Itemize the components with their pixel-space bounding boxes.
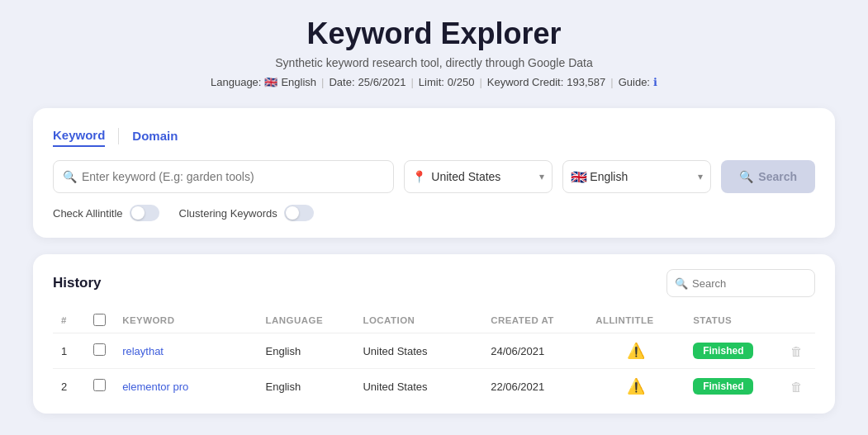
clustering-toggle[interactable] (284, 205, 314, 221)
location-icon: 📍 (412, 170, 426, 183)
history-search-icon: 🔍 (675, 277, 688, 290)
clustering-toggle-item: Clustering Keywords (179, 205, 314, 221)
history-search-wrap: 🔍 (666, 269, 815, 297)
th-language: LANGUAGE (258, 309, 355, 333)
credit-value: 193,587 (567, 76, 605, 88)
language-meta: Language: 🇬🇧 English (211, 76, 316, 88)
cell-created-at: 24/06/2021 (482, 333, 587, 369)
cell-status: Finished (685, 333, 782, 369)
delete-icon-1[interactable]: 🗑 (790, 344, 803, 358)
keyword-input[interactable] (53, 160, 394, 193)
row-checkbox-2[interactable] (93, 379, 106, 391)
toggle-row: Check Allintitle Clustering Keywords (53, 205, 815, 221)
th-created-at: CREATED AT (482, 309, 587, 333)
th-location: LOCATION (354, 309, 482, 333)
history-title: History (53, 275, 102, 291)
cell-keyword: elementor pro (114, 369, 257, 404)
credit-label: Keyword Credit: (487, 76, 563, 88)
allintitle-warning-icon: ⚠️ (627, 343, 645, 359)
page-header: Keyword Explorer Synthetic keyword resea… (33, 17, 835, 88)
guide-info-icon[interactable]: ℹ (653, 76, 657, 88)
select-all-checkbox[interactable] (93, 314, 106, 326)
cell-created-at: 22/06/2021 (482, 369, 587, 404)
cell-language: English (258, 369, 355, 404)
cell-num: 1 (53, 333, 85, 369)
cell-action: 🗑 (782, 333, 815, 369)
tab-domain[interactable]: Domain (132, 125, 178, 146)
cell-allintitle: ⚠️ (587, 333, 685, 369)
date-label: Date: (329, 76, 354, 88)
search-card: Keyword Domain 🔍 📍 United States United … (33, 108, 835, 238)
location-select-wrap: 📍 United States United Kingdom Canada Au… (404, 160, 553, 193)
cell-language: English (258, 333, 355, 369)
cell-check (85, 333, 114, 369)
table-header-row: # KEYWORD LANGUAGE LOCATION CREATED AT A… (53, 309, 815, 333)
date-meta: Date: 25/6/2021 (329, 76, 406, 88)
language-select-wrap: 🇬🇧 English Spanish French German ▾ (562, 160, 711, 193)
clustering-label: Clustering Keywords (179, 207, 277, 220)
meta-separator-1: | (321, 76, 324, 88)
language-flag: 🇬🇧 (264, 76, 277, 88)
meta-separator-3: | (479, 76, 481, 88)
cell-check (85, 369, 114, 404)
limit-label: Limit: (419, 76, 444, 88)
credit-meta: Keyword Credit: 193,587 (487, 76, 605, 88)
allintitle-toggle-item: Check Allintitle (53, 205, 159, 221)
th-keyword: KEYWORD (114, 309, 257, 333)
limit-meta: Limit: 0/250 (419, 76, 475, 88)
language-label: Language: (211, 76, 261, 88)
cell-action: 🗑 (782, 369, 815, 404)
tab-divider (118, 128, 119, 144)
cell-location: United States (354, 369, 482, 404)
history-table: # KEYWORD LANGUAGE LOCATION CREATED AT A… (53, 309, 815, 404)
search-btn-icon: 🔍 (739, 170, 753, 183)
table-row: 1 relaythat English United States 24/06/… (53, 333, 815, 369)
th-action (782, 309, 815, 333)
language-value: English (281, 76, 316, 88)
th-check (85, 309, 114, 333)
history-card: History 🔍 # KEYWORD LANGUAGE LOCATION (33, 254, 835, 414)
search-btn-label: Search (758, 170, 797, 183)
cell-keyword: relaythat (114, 333, 257, 369)
cell-location: United States (354, 333, 482, 369)
allintitle-warning-icon: ⚠️ (627, 378, 645, 395)
search-button[interactable]: 🔍 Search (721, 160, 815, 193)
history-header: History 🔍 (53, 269, 815, 297)
search-row: 🔍 📍 United States United Kingdom Canada … (53, 160, 815, 193)
meta-separator-4: | (610, 76, 613, 88)
status-badge: Finished (693, 378, 753, 395)
status-badge: Finished (693, 343, 753, 359)
guide-label: Guide: (619, 76, 650, 88)
keyword-link-1[interactable]: relaythat (122, 345, 164, 357)
location-select[interactable]: United States United Kingdom Canada Aust… (404, 160, 553, 193)
row-checkbox-1[interactable] (93, 343, 106, 356)
keyword-input-wrap: 🔍 (53, 160, 394, 193)
cell-num: 2 (53, 369, 85, 404)
header-meta: Language: 🇬🇧 English | Date: 25/6/2021 |… (33, 76, 835, 88)
keyword-search-icon: 🔍 (63, 170, 77, 183)
table-row: 2 elementor pro English United States 22… (53, 369, 815, 404)
keyword-link-2[interactable]: elementor pro (122, 381, 188, 393)
meta-separator-2: | (410, 76, 413, 88)
search-tabs: Keyword Domain (53, 125, 815, 147)
date-value: 25/6/2021 (358, 76, 406, 88)
guide-meta: Guide: ℹ (619, 76, 657, 88)
allintitle-toggle[interactable] (130, 205, 159, 221)
page-subtitle: Synthetic keyword research tool, directl… (33, 56, 835, 69)
th-status: STATUS (685, 309, 782, 333)
th-num: # (53, 309, 85, 333)
delete-icon-2[interactable]: 🗑 (790, 380, 803, 394)
th-allintitle: ALLINTITLE (587, 309, 685, 333)
cell-status: Finished (685, 369, 782, 404)
history-search-input[interactable] (666, 269, 815, 297)
tab-keyword[interactable]: Keyword (53, 125, 105, 147)
limit-value: 0/250 (448, 76, 475, 88)
cell-allintitle: ⚠️ (587, 369, 685, 404)
language-flag-icon: 🇬🇧 (571, 169, 587, 185)
allintitle-label: Check Allintitle (53, 207, 123, 220)
page-title: Keyword Explorer (33, 17, 835, 51)
